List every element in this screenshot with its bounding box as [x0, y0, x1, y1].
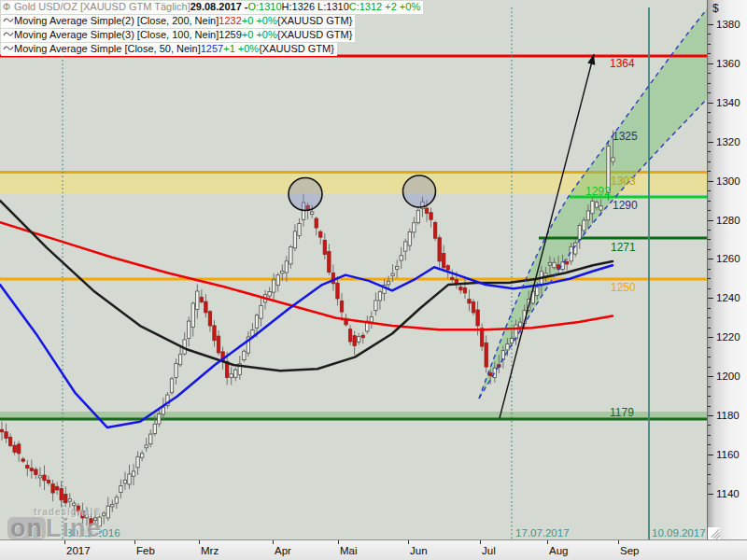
candlestick: [612, 158, 614, 161]
price-minor-tick: [708, 73, 711, 74]
candlestick: [328, 252, 331, 273]
trend-channel-line: [479, 99, 707, 399]
candlestick: [510, 339, 513, 343]
candlestick: [204, 301, 207, 313]
price-minor-tick: [708, 425, 711, 426]
time-tick: [273, 540, 274, 544]
candlestick: [38, 476, 41, 478]
candlestick: [51, 483, 54, 493]
candlestick: [289, 246, 292, 263]
candlestick: [153, 424, 156, 433]
candlestick: [132, 471, 134, 476]
price-minor-tick: [708, 161, 711, 162]
candlestick: [459, 287, 462, 290]
candlestick-chart[interactable]: [0, 0, 707, 539]
candlestick: [413, 223, 416, 232]
time-tick: [134, 540, 135, 544]
price-minor-tick: [708, 112, 711, 113]
legend-row-indicator[interactable]: Moving Average Simple(3) [Close, 100, Ne…: [1, 29, 355, 42]
time-tick: [199, 540, 200, 544]
price-tick: [708, 298, 713, 299]
price-minor-tick: [708, 406, 711, 407]
time-tick: [408, 540, 409, 544]
legend-row-indicator[interactable]: Moving Average Simple(2) [Close, 200, Ne…: [1, 15, 355, 28]
candlestick: [115, 497, 118, 503]
chart-window: Φ Gold USD/OZ [XAUUSD GTM Täglich] 29.08…: [0, 0, 747, 560]
price-minor-tick: [708, 278, 711, 279]
candlestick: [196, 291, 199, 309]
price-tick: [708, 63, 713, 64]
price-axis-unit: $: [712, 2, 719, 15]
time-tick: [480, 540, 481, 544]
price-tick-label: 1320: [716, 136, 740, 147]
time-tick-label: Aug: [549, 545, 568, 556]
indicator-symbol: {XAUUSD GTM}: [259, 43, 334, 54]
time-tick-label: Mai: [340, 545, 358, 556]
time-tick: [338, 540, 339, 544]
candlestick: [485, 343, 487, 367]
date-marker-label: 17.07.2017: [515, 527, 570, 539]
price-tick: [708, 220, 713, 221]
candlestick: [281, 271, 284, 273]
candlestick: [536, 287, 539, 296]
indicator-symbol: {XAUUSD GTM}: [277, 15, 353, 26]
candlestick: [370, 317, 373, 323]
legend-row-indicator[interactable]: Moving Average Simple [Close, 50, Nein] …: [1, 43, 337, 56]
candlestick: [374, 301, 377, 311]
indicator-change: +1 +0%: [223, 43, 259, 54]
resize-handle[interactable]: [708, 527, 720, 539]
peak-circle-annotation: [289, 178, 322, 211]
price-minor-tick: [708, 83, 711, 84]
candlestick: [268, 292, 271, 297]
price-minor-tick: [708, 53, 711, 54]
price-level-label-1271: 1271: [611, 242, 636, 253]
watermark-logo: tradesignal® onLine: [7, 507, 102, 539]
price-minor-tick: [708, 151, 711, 152]
price-minor-tick: [708, 249, 711, 250]
price-tick: [708, 181, 713, 182]
candlestick: [476, 310, 479, 326]
instrument-name: Gold USD/OZ: [14, 1, 78, 12]
candlestick: [489, 372, 492, 375]
price-minor-tick: [708, 44, 711, 45]
candlestick: [468, 300, 471, 303]
price-minor-tick: [708, 122, 711, 123]
price-level-label-1290: 1290: [613, 200, 638, 211]
price-axis[interactable]: $ 13801360134013201300128012601240122012…: [707, 0, 747, 539]
candlestick: [145, 445, 148, 448]
price-tick: [708, 24, 713, 25]
candlestick: [273, 280, 275, 292]
candlestick: [106, 506, 109, 518]
candlestick: [55, 486, 58, 490]
candlestick: [430, 213, 432, 219]
indicator-label: Moving Average Simple [Close, 50, Nein]: [14, 43, 201, 54]
candlestick: [140, 454, 143, 457]
price-minor-tick: [708, 132, 711, 133]
candlestick: [47, 480, 49, 483]
quote-open: O:1310: [247, 1, 281, 12]
candlestick: [191, 303, 194, 328]
price-minor-tick: [708, 92, 711, 93]
candlestick: [200, 297, 203, 301]
time-tick-label: Jul: [482, 545, 496, 556]
candlestick: [128, 474, 131, 484]
candlestick: [518, 322, 521, 327]
candlestick: [331, 273, 334, 283]
price-tick: [708, 259, 713, 259]
candlestick: [565, 261, 568, 264]
price-tick: [708, 337, 713, 338]
candlestick: [451, 277, 454, 279]
candlestick: [293, 231, 296, 248]
indicator-value: 1257: [201, 43, 223, 54]
quote-close: C:1312 +2 +0%: [349, 1, 420, 12]
candlestick: [586, 211, 589, 220]
candlestick: [493, 368, 496, 377]
legend-row-instrument[interactable]: Φ Gold USD/OZ [XAUUSD GTM Täglich] 29.08…: [1, 1, 423, 14]
candlestick: [35, 469, 37, 474]
candlestick: [463, 288, 466, 293]
time-axis[interactable]: 2017FebMrzAprMaiJunJulAugSep: [0, 539, 747, 560]
candlestick: [103, 513, 106, 516]
candlestick: [21, 459, 24, 461]
candlestick: [391, 273, 394, 275]
candlestick: [387, 281, 389, 285]
